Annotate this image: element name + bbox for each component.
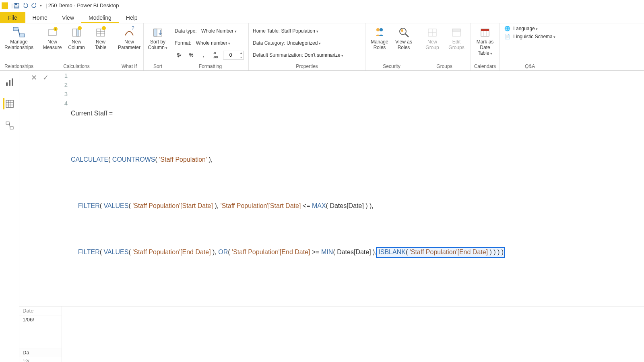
qat-divider-1: |	[11, 2, 12, 8]
decimal-places-field[interactable]	[223, 52, 238, 58]
decimal-icon: .0.00	[211, 51, 220, 60]
redo-icon[interactable]	[31, 2, 37, 9]
new-column-button[interactable]: New Column	[65, 25, 88, 51]
linguistic-schema-dropdown[interactable]: 📄 Linguistic Schema	[504, 34, 555, 39]
schema-icon: 📄	[504, 34, 510, 39]
tab-modeling[interactable]: Modeling	[81, 12, 119, 23]
sort-by-column-button[interactable]: Sort by Column	[146, 25, 169, 51]
new-parameter-button[interactable]: ? New Parameter	[118, 25, 141, 51]
svg-rect-1	[15, 3, 17, 5]
group-label-security: Security	[368, 63, 415, 70]
secondary-column-header[interactable]: Da	[19, 348, 62, 357]
formula-highlight	[376, 247, 505, 258]
qat-customize-icon[interactable]: ▾	[40, 3, 42, 8]
ribbon-group-qna: 🌐 Language 📄 Linguistic Schema Q&A	[500, 23, 560, 70]
manage-roles-button[interactable]: Manage Roles	[368, 25, 391, 51]
table-row: 12/	[19, 357, 62, 362]
ribbon-group-sort: Sort by Column Sort	[144, 23, 172, 70]
new-table-button[interactable]: New Table	[89, 25, 112, 51]
svg-line-22	[405, 34, 409, 37]
undo-icon[interactable]	[22, 2, 29, 9]
relationships-icon	[12, 26, 25, 39]
svg-point-20	[380, 28, 383, 31]
ribbon-group-formatting: Data type: Whole Number Format: Whole nu…	[172, 23, 249, 70]
table-icon	[94, 26, 107, 39]
decimal-spin-up[interactable]: ▴	[238, 51, 244, 55]
format-dropdown[interactable]: Format: Whole number	[175, 38, 246, 48]
svg-rect-36	[6, 100, 13, 107]
tab-view[interactable]: View	[55, 12, 81, 23]
report-view-button[interactable]	[4, 76, 15, 88]
ribbon-group-security: Manage Roles View as Roles Security	[365, 23, 418, 70]
currency-button[interactable]: $ ▾	[175, 51, 184, 60]
group-label-relationships: Relationships	[2, 63, 35, 70]
mark-date-table-button[interactable]: Mark as Date Table	[473, 25, 497, 56]
ribbon-group-calendars: Mark as Date Table Calendars	[471, 23, 500, 70]
data-grid-leftcol: Date 1/06/ Da 12/13/14/15/16/17/18/19/20…	[19, 306, 62, 362]
date-sample-value: 1/06/	[19, 315, 62, 324]
model-view-button[interactable]	[4, 120, 15, 131]
new-group-icon	[426, 26, 439, 39]
language-dropdown[interactable]: 🌐 Language	[504, 26, 555, 31]
data-grid: Date 1/06/ Da 12/13/14/15/16/17/18/19/20…	[19, 306, 644, 362]
titlebar: | ▾ | 250 Demo - Power BI Desktop	[0, 0, 644, 11]
manage-roles-icon	[373, 26, 386, 39]
svg-rect-28	[452, 29, 460, 31]
line-number: 4	[60, 99, 68, 108]
edit-groups-icon	[450, 26, 463, 39]
group-label-sort: Sort	[146, 63, 169, 70]
save-icon[interactable]	[13, 2, 20, 9]
quick-access-toolbar: ▾	[13, 2, 42, 9]
tab-file[interactable]: File	[0, 12, 25, 23]
svg-rect-41	[6, 122, 9, 124]
decimal-places-input[interactable]: ▴ ▾	[223, 51, 244, 60]
group-label-qna: Q&A	[502, 63, 558, 70]
formula-editor[interactable]: 1 Current Staff = 2 CALCULATE( COUNTROWS…	[60, 71, 644, 306]
decimal-spin-down[interactable]: ▾	[238, 55, 244, 59]
thousands-button[interactable]: ,	[199, 51, 208, 60]
formula-bar: ✕ ✓ 1 Current Staff = 2 CALCULATE( COUNT…	[19, 71, 644, 306]
formula-commit-button[interactable]: ✓	[43, 73, 49, 82]
view-switcher	[0, 71, 19, 362]
data-grid-main[interactable]	[62, 306, 644, 362]
parameter-icon: ?	[123, 26, 136, 39]
data-view-button[interactable]	[3, 98, 14, 109]
tab-help[interactable]: Help	[119, 12, 145, 23]
globe-icon: 🌐	[504, 26, 510, 31]
ribbon-group-whatif: ? New Parameter What If	[115, 23, 144, 70]
line-number: 3	[60, 89, 68, 99]
formula-actions: ✕ ✓	[19, 71, 60, 306]
manage-relationships-button[interactable]: Manage Relationships	[2, 25, 35, 51]
svg-rect-2	[15, 6, 18, 8]
app-icon	[2, 2, 8, 9]
sort-icon	[151, 26, 164, 39]
svg-rect-3	[13, 27, 18, 31]
datatype-dropdown[interactable]: Data type: Whole Number	[175, 26, 246, 36]
svg-line-43	[9, 123, 10, 128]
ribbon-group-calculations: + New Measure New Column New Table Calcu…	[38, 23, 115, 70]
date-column-header[interactable]: Date	[19, 306, 62, 315]
svg-point-10	[78, 26, 82, 30]
qat-divider-2: |	[46, 2, 47, 8]
view-as-roles-button[interactable]: View as Roles	[392, 25, 415, 51]
line-number: 2	[60, 80, 68, 89]
default-summarization-dropdown[interactable]: Default Summarization: Don't summarize	[253, 50, 361, 60]
new-measure-button[interactable]: + New Measure	[41, 25, 64, 51]
ribbon-tabs: File Home View Modeling Help	[0, 11, 644, 23]
svg-rect-42	[10, 127, 13, 129]
data-category-dropdown[interactable]: Data Category: Uncategorized	[253, 38, 361, 48]
percent-button[interactable]: %	[187, 51, 196, 60]
svg-rect-4	[20, 34, 25, 37]
edit-groups-button[interactable]: Edit Groups	[445, 25, 468, 51]
svg-point-15	[102, 26, 106, 30]
calendar-icon	[479, 26, 491, 39]
svg-rect-18	[154, 29, 157, 36]
new-group-button[interactable]: New Group	[421, 25, 444, 51]
group-label-whatif: What If	[118, 63, 141, 70]
group-label-formatting: Formatting	[175, 63, 246, 70]
content-area: ✕ ✓ 1 Current Staff = 2 CALCULATE( COUNT…	[19, 71, 644, 362]
workspace: ✕ ✓ 1 Current Staff = 2 CALCULATE( COUNT…	[0, 71, 644, 362]
tab-home[interactable]: Home	[25, 12, 55, 23]
home-table-dropdown[interactable]: Home Table: Staff Population	[253, 26, 361, 36]
formula-cancel-button[interactable]: ✕	[31, 73, 37, 82]
